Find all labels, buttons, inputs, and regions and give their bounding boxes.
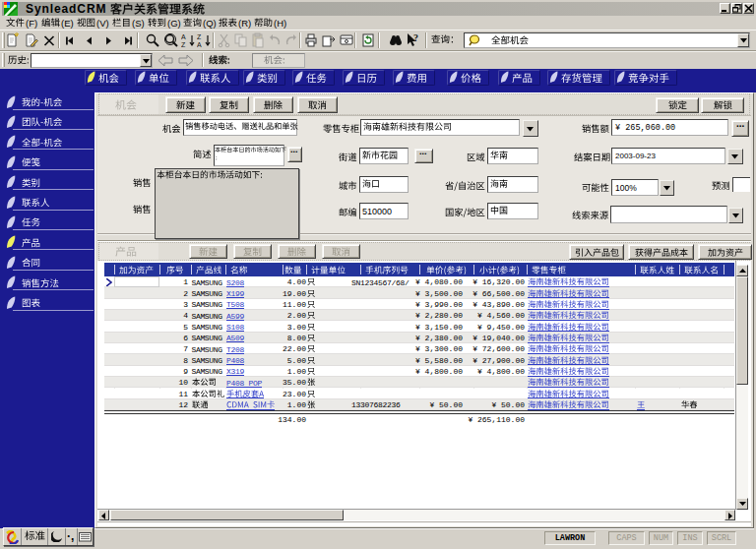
- svg-text:A: A: [181, 33, 186, 40]
- svg-text:Z: Z: [197, 33, 202, 40]
- svg-text:A: A: [197, 41, 202, 48]
- svg-text:?: ?: [413, 32, 418, 43]
- svg-text:Z: Z: [181, 41, 186, 48]
